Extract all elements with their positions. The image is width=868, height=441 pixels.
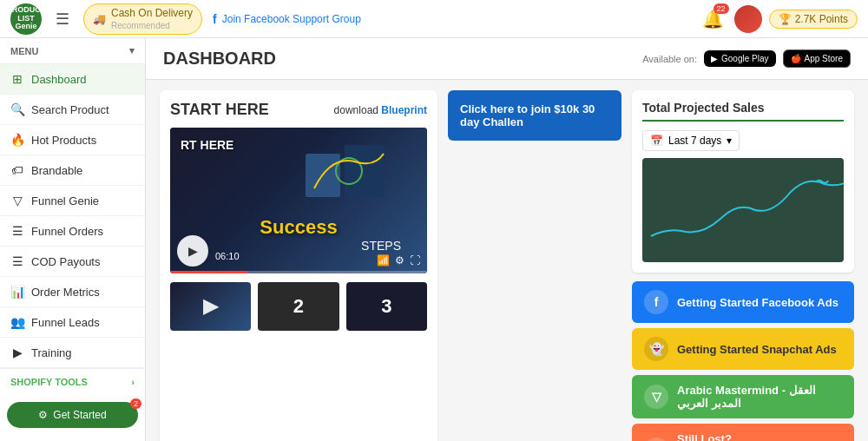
snap-card-icon: 👻 (644, 337, 668, 361)
thumbnail-1[interactable]: ▶ (170, 282, 251, 331)
thumb3-number: 3 (381, 295, 391, 318)
sidebar-item-funnel-genie[interactable]: ▽ Funnel Genie (0, 186, 145, 216)
svg-rect-1 (345, 145, 384, 197)
chart-area: 〜 (642, 158, 844, 262)
video-controls: 📶 ⚙ ⛶ (377, 254, 420, 267)
fb-training-card[interactable]: f Getting Started Facebook Ads (632, 281, 854, 323)
middle-column: Click here to join $10k 30 day Challen (448, 90, 621, 441)
help-card-text: Still Lost? Call +1 800 324-9832 (M-F 9-… (677, 432, 819, 441)
thumbnail-row: ▶ 2 3 (170, 282, 427, 331)
filter-chevron-icon: ▾ (727, 135, 732, 147)
payouts-icon: ☰ (10, 254, 24, 268)
fb-label: Join Facebook Support Group (222, 13, 361, 25)
shopify-tools-label: SHOPIFY TOOLS (10, 377, 88, 387)
available-label: Available on: (642, 54, 697, 64)
main-layout: MENU ▾ ⊞ Dashboard 🔍 Search Product 🔥 Ho… (0, 38, 868, 441)
google-play-button[interactable]: ▶ Google Play (704, 50, 775, 67)
blueprint-area: download Blueprint (334, 104, 427, 116)
sidebar-label-training: Training (31, 346, 71, 359)
help-training-card[interactable]: 📞 Still Lost? Call +1 800 324-9832 (M-F … (632, 424, 854, 441)
start-here-header: START HERE download Blueprint (170, 101, 427, 119)
fb-badge[interactable]: f Join Facebook Support Group (213, 12, 361, 26)
success-text: Success (260, 216, 337, 239)
sidebar-label-search: Search Product (31, 103, 109, 116)
arabic-card-text: Arabic Mastermind - العقل المدبر العربي (677, 384, 842, 410)
start-here-box: START HERE download Blueprint RT HERE (160, 90, 437, 441)
fire-icon: 🔥 (10, 133, 24, 147)
sidebar-label-funnel-orders: Funnel Orders (31, 225, 103, 238)
snap-card-text: Getting Started Snapchat Ads (677, 343, 842, 356)
cod-badge: 🚚 Cash On Delivery Recommended (83, 3, 202, 35)
video-overlay-text: RT HERE (181, 138, 233, 152)
date-filter-label: Last 7 days (668, 135, 721, 147)
metrics-icon: 📊 (10, 285, 24, 299)
settings-icon[interactable]: ⚙ (395, 254, 404, 267)
training-icon: ▶ (10, 346, 24, 359)
sidebar-label-metrics: Order Metrics (31, 286, 100, 299)
sidebar-item-brandable[interactable]: 🏷 Brandable (0, 155, 145, 186)
thumbnail-2[interactable]: 2 (258, 282, 339, 331)
training-cards: f Getting Started Facebook Ads 👻 Getting… (632, 281, 854, 441)
volume-icon[interactable]: 📶 (377, 254, 390, 267)
avatar[interactable] (734, 5, 762, 33)
menu-chevron[interactable]: ▾ (129, 45, 135, 56)
get-started-button[interactable]: ⚙ Get Started 2 (7, 402, 138, 428)
video-progress-bar[interactable] (170, 271, 427, 273)
arabic-training-card[interactable]: ▽ Arabic Mastermind - العقل المدبر العرب… (632, 375, 854, 418)
dashboard-header: DASHBOARD Available on: ▶ Google Play 🍎 … (146, 38, 868, 80)
date-filter[interactable]: 📅 Last 7 days ▾ (642, 130, 740, 151)
menu-header: MENU ▾ (0, 38, 145, 64)
calendar-icon: 📅 (650, 135, 663, 147)
content-area: START HERE download Blueprint RT HERE (146, 80, 868, 441)
sidebar-label-cod-payouts: COD Payouts (31, 255, 100, 268)
challenge-banner[interactable]: Click here to join $10k 30 day Challen (448, 90, 621, 141)
logo-icon: PRODUCTLISTGenie (10, 3, 42, 35)
fb-card-icon: f (644, 290, 668, 314)
leads-icon: 👥 (10, 315, 24, 329)
sidebar-item-search-product[interactable]: 🔍 Search Product (0, 95, 145, 125)
shopify-tools[interactable]: SHOPIFY TOOLS › (0, 368, 145, 395)
blueprint-link[interactable]: Blueprint (381, 104, 427, 116)
snap-training-card[interactable]: 👻 Getting Started Snapchat Ads (632, 328, 854, 370)
cod-sub: Recommended (111, 21, 170, 30)
sidebar-label-brandable: Brandable (31, 164, 82, 177)
fullscreen-icon[interactable]: ⛶ (410, 254, 420, 267)
get-started-icon: ⚙ (38, 409, 48, 421)
thumbnail-3[interactable]: 3 (346, 282, 427, 331)
arabic-card-icon: ▽ (644, 385, 668, 409)
sidebar-item-funnel-orders[interactable]: ☰ Funnel Orders (0, 216, 145, 247)
play-button[interactable]: ▶ (177, 235, 208, 267)
video-player[interactable]: RT HERE Success STEPS ▶ (170, 128, 427, 273)
search-icon: 🔍 (10, 102, 24, 116)
thumb1-play-icon: ▶ (203, 295, 218, 318)
help-card-icon: 📞 (644, 438, 668, 442)
page-title: DASHBOARD (163, 49, 276, 69)
thumb2-number: 2 (293, 295, 304, 318)
notification-bell[interactable]: 🔔 22 (700, 5, 727, 33)
fire-icon: 🏆 (779, 13, 792, 25)
app-store-button[interactable]: 🍎 App Store (783, 49, 851, 68)
fb-card-text: Getting Started Facebook Ads (677, 296, 842, 309)
video-graphic (297, 136, 401, 206)
sidebar-item-hot-products[interactable]: 🔥 Hot Products (0, 125, 145, 155)
funnel-icon: ▽ (10, 194, 24, 207)
steps-text: STEPS (361, 239, 401, 253)
help-title: Still Lost? (677, 432, 819, 441)
points-badge: 🏆 2.7K Points (769, 10, 858, 29)
fb-icon: f (213, 12, 217, 26)
sidebar-item-order-metrics[interactable]: 📊 Order Metrics (0, 277, 145, 307)
points-label: 2.7K Points (795, 13, 848, 25)
orders-icon: ☰ (10, 224, 24, 238)
projected-sales-box: Total Projected Sales 📅 Last 7 days ▾ 〜 (632, 90, 854, 273)
sidebar-label-leads: Funnel Leads (31, 316, 100, 329)
sidebar-item-dashboard[interactable]: ⊞ Dashboard (0, 64, 145, 95)
sidebar-item-funnel-leads[interactable]: 👥 Funnel Leads (0, 307, 145, 338)
sidebar-item-cod-payouts[interactable]: ☰ COD Payouts (0, 247, 145, 277)
main-content: DASHBOARD Available on: ▶ Google Play 🍎 … (146, 38, 868, 441)
dashboard-icon: ⊞ (10, 72, 24, 86)
app-store-area: Available on: ▶ Google Play 🍎 App Store (642, 49, 851, 68)
hamburger-icon[interactable]: ☰ (56, 10, 69, 29)
sidebar-label-funnel-genie: Funnel Genie (31, 194, 99, 207)
sidebar-item-training[interactable]: ▶ Training (0, 338, 145, 368)
right-panel: Total Projected Sales 📅 Last 7 days ▾ 〜 (632, 90, 854, 441)
